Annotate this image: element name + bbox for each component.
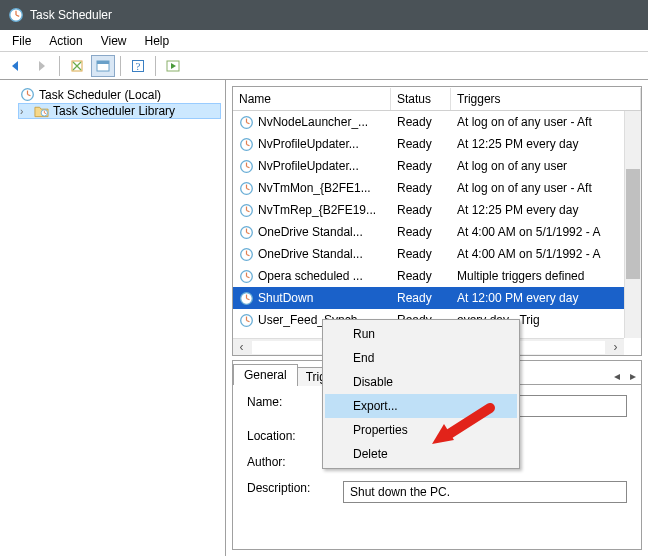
- ctx-end[interactable]: End: [325, 346, 517, 370]
- task-name-cell: NvTmRep_{B2FE19...: [233, 203, 391, 218]
- task-name-cell: OneDrive Standal...: [233, 225, 391, 240]
- toolbar-divider: [59, 56, 60, 76]
- task-row[interactable]: NvNodeLauncher_...ReadyAt log on of any …: [233, 111, 641, 133]
- tree-root-label: Task Scheduler (Local): [39, 88, 161, 102]
- task-triggers-cell: At 12:25 PM every day: [451, 137, 641, 151]
- menu-file[interactable]: File: [4, 32, 39, 50]
- task-row[interactable]: Opera scheduled ...ReadyMultiple trigger…: [233, 265, 641, 287]
- task-status-cell: Ready: [391, 203, 451, 217]
- task-row[interactable]: OneDrive Standal...ReadyAt 4:00 AM on 5/…: [233, 243, 641, 265]
- column-name[interactable]: Name: [233, 88, 391, 110]
- task-status-cell: Ready: [391, 181, 451, 195]
- task-triggers-cell: At log on of any user: [451, 159, 641, 173]
- scroll-right-icon[interactable]: ›: [607, 339, 624, 356]
- task-status-cell: Ready: [391, 115, 451, 129]
- scroll-thumb[interactable]: [626, 169, 640, 279]
- menu-help[interactable]: Help: [137, 32, 178, 50]
- task-name-cell: OneDrive Standal...: [233, 247, 391, 262]
- tree-root[interactable]: Task Scheduler (Local): [4, 86, 221, 103]
- ctx-run[interactable]: Run: [325, 322, 517, 346]
- nav-forward-button[interactable]: [30, 55, 54, 77]
- task-triggers-cell: Multiple triggers defined: [451, 269, 641, 283]
- tab-general[interactable]: General: [233, 364, 298, 385]
- main-area: Task Scheduler (Local) › Task Scheduler …: [0, 80, 648, 556]
- task-name-cell: NvTmMon_{B2FE1...: [233, 181, 391, 196]
- tab-nav: ◂ ▸: [609, 368, 641, 384]
- toolbar-help-button[interactable]: ?: [126, 55, 150, 77]
- task-status-cell: Ready: [391, 159, 451, 173]
- task-row[interactable]: OneDrive Standal...ReadyAt 4:00 AM on 5/…: [233, 221, 641, 243]
- task-name-cell: ShutDown: [233, 291, 391, 306]
- menu-view[interactable]: View: [93, 32, 135, 50]
- task-row[interactable]: ShutDownReadyAt 12:00 PM every day: [233, 287, 641, 309]
- ctx-properties[interactable]: Properties: [325, 418, 517, 442]
- task-status-cell: Ready: [391, 247, 451, 261]
- app-icon: [8, 7, 24, 23]
- label-description: Description:: [247, 481, 337, 503]
- task-name-cell: NvNodeLauncher_...: [233, 115, 391, 130]
- titlebar: Task Scheduler: [0, 0, 648, 30]
- menubar: File Action View Help: [0, 30, 648, 52]
- toolbar-divider: [155, 56, 156, 76]
- toolbar-run-button[interactable]: [161, 55, 185, 77]
- column-triggers[interactable]: Triggers: [451, 88, 641, 110]
- tab-scroll-left-icon[interactable]: ◂: [609, 368, 625, 384]
- task-triggers-cell: At 12:00 PM every day: [451, 291, 641, 305]
- task-list: Name Status Triggers NvNodeLauncher_...R…: [232, 86, 642, 356]
- toolbar-view-button[interactable]: [91, 55, 115, 77]
- task-triggers-cell: At 4:00 AM on 5/1/1992 - A: [451, 247, 641, 261]
- column-status[interactable]: Status: [391, 88, 451, 110]
- svg-rect-5: [97, 61, 109, 64]
- task-row[interactable]: NvTmRep_{B2FE19...ReadyAt 12:25 PM every…: [233, 199, 641, 221]
- toolbar-refresh-button[interactable]: [65, 55, 89, 77]
- context-menu: Run End Disable Export... Properties Del…: [322, 319, 520, 469]
- task-status-cell: Ready: [391, 225, 451, 239]
- ctx-disable[interactable]: Disable: [325, 370, 517, 394]
- toolbar-divider: [120, 56, 121, 76]
- vertical-scrollbar[interactable]: [624, 111, 641, 338]
- right-pane: Name Status Triggers NvNodeLauncher_...R…: [226, 80, 648, 556]
- ctx-export[interactable]: Export...: [325, 394, 517, 418]
- field-description[interactable]: [343, 481, 627, 503]
- task-name-cell: Opera scheduled ...: [233, 269, 391, 284]
- task-name-cell: NvProfileUpdater...: [233, 137, 391, 152]
- task-triggers-cell: At 4:00 AM on 5/1/1992 - A: [451, 225, 641, 239]
- clock-icon: [20, 87, 35, 102]
- tree-pane: Task Scheduler (Local) › Task Scheduler …: [0, 80, 226, 556]
- ctx-delete[interactable]: Delete: [325, 442, 517, 466]
- tree-library-label: Task Scheduler Library: [53, 104, 175, 118]
- task-row[interactable]: NvProfileUpdater...ReadyAt log on of any…: [233, 155, 641, 177]
- toolbar: ?: [0, 52, 648, 80]
- list-header: Name Status Triggers: [233, 87, 641, 111]
- svg-text:?: ?: [136, 60, 141, 72]
- task-name-cell: NvProfileUpdater...: [233, 159, 391, 174]
- tree-library[interactable]: › Task Scheduler Library: [18, 103, 221, 119]
- task-triggers-cell: At log on of any user - Aft: [451, 115, 641, 129]
- task-status-cell: Ready: [391, 291, 451, 305]
- scroll-left-icon[interactable]: ‹: [233, 339, 250, 356]
- task-triggers-cell: At log on of any user - Aft: [451, 181, 641, 195]
- task-triggers-cell: At 12:25 PM every day: [451, 203, 641, 217]
- task-row[interactable]: NvProfileUpdater...ReadyAt 12:25 PM ever…: [233, 133, 641, 155]
- nav-back-button[interactable]: [4, 55, 28, 77]
- tab-scroll-right-icon[interactable]: ▸: [625, 368, 641, 384]
- folder-clock-icon: [34, 104, 49, 118]
- task-status-cell: Ready: [391, 137, 451, 151]
- menu-action[interactable]: Action: [41, 32, 90, 50]
- task-row[interactable]: NvTmMon_{B2FE1...ReadyAt log on of any u…: [233, 177, 641, 199]
- task-status-cell: Ready: [391, 269, 451, 283]
- window-title: Task Scheduler: [30, 8, 112, 22]
- caret-right-icon: ›: [20, 106, 30, 117]
